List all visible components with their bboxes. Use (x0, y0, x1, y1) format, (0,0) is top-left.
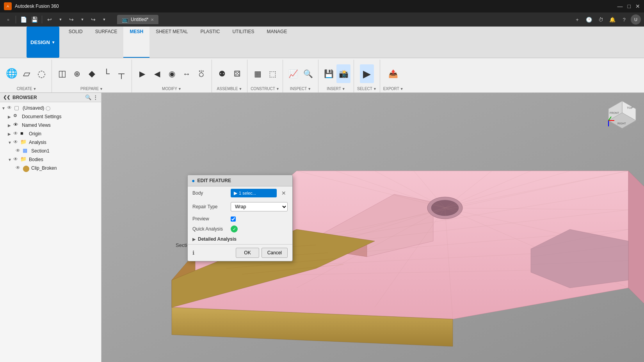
ok-button[interactable]: OK (236, 248, 259, 258)
toggle-icon[interactable]: ▶ (8, 115, 13, 119)
insert-label[interactable]: INSERT▼ (327, 87, 345, 91)
body-select-button[interactable]: ▶ 1 selec... (231, 189, 277, 197)
maximize-btn[interactable]: □ (628, 3, 631, 9)
eye-icon[interactable]: 👁 (13, 156, 20, 163)
assemble-label[interactable]: ASSEMBLE▼ (217, 87, 242, 91)
inspect-label[interactable]: INSPECT▼ (290, 87, 311, 91)
avatar-icon[interactable]: U (631, 14, 641, 25)
toggle-icon[interactable]: ▼ (8, 140, 13, 145)
assemble-icon-2[interactable]: ⚄ (230, 64, 244, 83)
export-icon-1[interactable]: 📤 (386, 64, 400, 83)
tab-utilities[interactable]: UTILITIES (226, 27, 260, 58)
modify-icon-5[interactable]: ⛣ (194, 64, 208, 83)
history-icon[interactable]: 🕐 (584, 14, 594, 25)
prepare-icon-5[interactable]: ┬ (114, 64, 128, 83)
body-clear-button[interactable]: ✕ (280, 189, 288, 197)
eye-icon[interactable]: 👁 (16, 165, 22, 171)
export-label[interactable]: EXPORT▼ (383, 87, 404, 91)
construct-label[interactable]: CONSTRUCT▼ (251, 87, 279, 91)
inspect-icon-2[interactable]: 🔍 (301, 64, 315, 83)
save-icon[interactable]: 💾 (29, 14, 39, 25)
design-dropdown[interactable]: DESIGN ▼ (27, 27, 59, 58)
prepare-icon-2[interactable]: ⊕ (70, 64, 84, 83)
doc-tab[interactable]: 📺 Untitled* ✕ (117, 15, 158, 24)
close-btn[interactable]: ✕ (635, 3, 640, 9)
insert-icon-2[interactable]: 📸 (336, 64, 350, 83)
undo-icon[interactable]: ↩ (44, 14, 55, 25)
preview-checkbox[interactable] (231, 216, 236, 222)
repair-type-select[interactable]: Wrap Minimal Stitch Patch (231, 202, 288, 211)
create-icon-1[interactable]: 🌐 (5, 64, 19, 83)
create-icon-3[interactable]: ◌ (34, 64, 48, 83)
eye-icon[interactable]: 👁 (7, 105, 13, 111)
modify-icon-1[interactable]: ▶ (135, 64, 149, 83)
viewport[interactable]: Section | TOP FRONT RIGHT (101, 93, 644, 362)
select-icon-1[interactable]: ▶ (360, 64, 374, 83)
browser-item-analysis[interactable]: ▼ 👁 📁 Analysis (0, 138, 101, 147)
browser-collapse-icon[interactable]: ❮❮ (3, 95, 10, 100)
browser-search-icon[interactable]: 🔍 (85, 94, 91, 100)
toggle-icon[interactable]: ▼ (8, 158, 13, 162)
construct-icon-1[interactable]: ▦ (251, 64, 265, 83)
grid-icon[interactable]: ▫ (3, 14, 13, 25)
help-icon[interactable]: ? (619, 14, 629, 25)
eye-icon[interactable]: 👁 (16, 148, 22, 154)
tab-surface[interactable]: SURFACE (89, 27, 124, 58)
cancel-button[interactable]: Cancel (262, 248, 288, 258)
modify-icon-3[interactable]: ◉ (165, 64, 179, 83)
prepare-icon-3[interactable]: ◆ (85, 64, 99, 83)
edit-feature-dialog: ● EDIT FEATURE Body ▶ 1 selec... ✕ Repai… (187, 175, 293, 261)
forward-icon[interactable]: ↪ (88, 14, 98, 25)
insert-icon-1[interactable]: 💾 (322, 64, 336, 83)
dialog-help-icon[interactable]: ℹ (192, 250, 194, 256)
toggle-icon[interactable]: ▼ (2, 106, 7, 110)
redo-icon[interactable]: ↪ (66, 14, 76, 25)
construct-icon-2[interactable]: ⬚ (265, 64, 279, 83)
assemble-icons: ⚉ ⚄ (215, 61, 244, 86)
detailed-analysis-toggle[interactable]: ▶ (192, 237, 196, 242)
tab-close-icon[interactable]: ✕ (151, 18, 154, 22)
new-tab-icon[interactable]: + (572, 14, 582, 25)
minimize-btn[interactable]: — (617, 3, 623, 9)
ribbon-group-create: 🌐 ▱ ◌ CREATE▼ (2, 60, 52, 92)
browser-item-bodies[interactable]: ▼ 👁 📁 Bodies (0, 155, 101, 164)
inspect-icon-1[interactable]: 📈 (286, 64, 300, 83)
create-icon-2[interactable]: ▱ (20, 64, 34, 83)
select-label[interactable]: SELECT▼ (357, 87, 377, 91)
nav-cube[interactable]: TOP FRONT RIGHT (607, 99, 638, 130)
tab-solid[interactable]: SOLID (62, 27, 89, 58)
inspect-icons: 📈 🔍 (286, 61, 315, 86)
detailed-analysis-row[interactable]: ▶ Detailed Analysis (188, 234, 292, 244)
clock-icon[interactable]: ⏱ (596, 14, 606, 25)
modify-icon-2[interactable]: ◀ (150, 64, 164, 83)
redo-dropdown-icon[interactable]: ▼ (77, 14, 87, 25)
bell-icon[interactable]: 🔔 (607, 14, 617, 25)
item-label: Document Settings (22, 114, 61, 119)
browser-item-doc-settings[interactable]: ▶ ⚙ Document Settings (0, 112, 101, 121)
assemble-icon-1[interactable]: ⚉ (215, 64, 229, 83)
toggle-icon[interactable]: ▶ (8, 123, 13, 128)
create-label[interactable]: CREATE▼ (17, 87, 37, 91)
browser-item-clip-broken[interactable]: 👁 ⬤ Clip_Broken (0, 164, 101, 172)
prepare-label[interactable]: PREPARE▼ (80, 87, 103, 91)
prepare-icon-4[interactable]: └ (100, 64, 114, 83)
eye-icon[interactable]: 👁 (13, 139, 20, 146)
modify-label[interactable]: MODIFY▼ (162, 87, 181, 91)
forward-dropdown-icon[interactable]: ▼ (99, 14, 109, 25)
svg-text:TOP: TOP (627, 106, 633, 110)
tab-mesh[interactable]: MESH (123, 27, 149, 58)
tab-sheet-metal[interactable]: SHEET METAL (149, 27, 194, 58)
prepare-icon-1[interactable]: ◫ (55, 64, 69, 83)
browser-item-unsaved[interactable]: ▼ 👁 ▢ (Unsaved) ◯ (0, 104, 101, 112)
browser-item-origin[interactable]: ▶ 👁 ■ Origin (0, 130, 101, 138)
tab-manage[interactable]: MANAGE (260, 27, 293, 58)
modify-icon-4[interactable]: ↔ (180, 64, 194, 83)
file-icon[interactable]: 📄 (18, 14, 28, 25)
eye-icon[interactable]: 👁 (13, 131, 20, 137)
browser-item-section1[interactable]: 👁 ▩ Section1 (0, 147, 101, 155)
toggle-icon[interactable]: ▶ (8, 132, 13, 136)
undo-dropdown-icon[interactable]: ▼ (55, 14, 66, 25)
browser-menu-icon[interactable]: ⋮ (93, 94, 98, 100)
tab-plastic[interactable]: PLASTIC (194, 27, 226, 58)
browser-item-named-views[interactable]: ▶ 👁 Named Views (0, 121, 101, 130)
